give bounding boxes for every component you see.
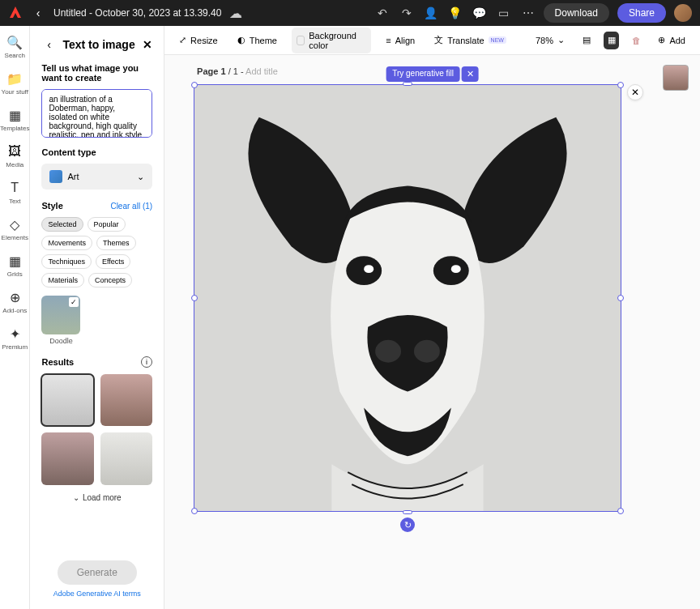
clear-all-link[interactable]: Clear all (1) [110, 202, 152, 211]
more-icon[interactable]: ⋯ [521, 6, 536, 20]
add-title[interactable]: Add title [245, 66, 278, 76]
selection[interactable]: ↻ ✕ [194, 84, 621, 512]
chip-effects[interactable]: Effects [96, 254, 130, 269]
handle-b[interactable] [403, 510, 412, 514]
bgcolor-button[interactable]: Background color [292, 28, 371, 53]
page-info[interactable]: Page 1 / 1 - Add title [197, 66, 278, 76]
handle-bl[interactable] [191, 508, 198, 514]
style-chips: SelectedPopularMovementsThemesTechniques… [41, 217, 152, 287]
redo-icon[interactable]: ↷ [399, 6, 414, 20]
resize-icon: ⤢ [179, 35, 186, 45]
generate-button[interactable]: Generate [58, 560, 137, 585]
handle-t[interactable] [403, 82, 412, 86]
chip-concepts[interactable]: Concepts [88, 273, 132, 287]
content-type-value: Art [67, 172, 79, 181]
prompt-heading: Tell us what image you want to create [41, 63, 152, 83]
regenerate-icon[interactable]: ↻ [400, 517, 415, 532]
chevron-down-icon: ⌄ [557, 35, 565, 45]
chip-materials[interactable]: Materials [41, 273, 84, 287]
user-icon[interactable]: 👤 [424, 6, 438, 20]
rail-label: Premium [2, 343, 28, 351]
handle-br[interactable] [617, 508, 624, 514]
present-icon[interactable]: ▭ [497, 6, 511, 20]
resize-button[interactable]: ⤢Resize [174, 32, 223, 49]
info-icon[interactable]: i [141, 356, 152, 368]
panel-title: Text to image [62, 38, 134, 51]
layers-icon[interactable]: ▤ [579, 32, 594, 49]
add-button[interactable]: ⊕Add [653, 32, 690, 49]
rail-text[interactable]: TText [6, 180, 23, 205]
load-more[interactable]: ⌄Load more [41, 493, 152, 502]
share-button[interactable]: Share [617, 3, 666, 23]
rail-icon: ⊕ [6, 289, 23, 305]
prompt-input[interactable] [41, 89, 152, 138]
rail-label: Templates [0, 125, 29, 132]
comment-icon[interactable]: 💬 [472, 6, 487, 20]
rail-icon: ▦ [6, 253, 23, 269]
avatar[interactable] [674, 4, 692, 22]
handle-tr[interactable] [617, 82, 624, 88]
rail-icon: ◇ [6, 216, 23, 232]
swatch-icon [297, 36, 305, 45]
result-2[interactable] [100, 374, 152, 426]
help-icon[interactable]: 💡 [448, 6, 463, 20]
art-icon [49, 170, 62, 183]
rail-label: Media [6, 161, 23, 168]
align-button[interactable]: ≡Align [381, 32, 420, 49]
result-4[interactable] [100, 432, 152, 484]
app-logo[interactable] [8, 6, 23, 20]
doc-title: Untitled - October 30, 2023 at 13.39.40 [53, 7, 221, 19]
rail-search[interactable]: 🔍Search [5, 34, 25, 59]
chevron-down-icon: ⌄ [137, 172, 144, 182]
view-mode-icon[interactable]: ▦ [604, 32, 618, 49]
svg-point-4 [451, 265, 461, 273]
rail-label: Grids [7, 270, 23, 278]
content-type-select[interactable]: Art ⌄ [41, 164, 152, 190]
rail-icon: ▦ [6, 107, 23, 123]
rail-your-stuff[interactable]: 📁Your stuff [2, 70, 28, 96]
svg-point-3 [364, 265, 373, 273]
back-icon[interactable]: ‹ [31, 6, 45, 20]
panel-back-icon[interactable]: ‹ [41, 37, 56, 52]
handle-l[interactable] [191, 295, 198, 301]
delete-icon[interactable]: 🗑 [629, 32, 643, 49]
download-button[interactable]: Download [544, 3, 609, 23]
gen-fill-close[interactable]: ✕ [462, 66, 479, 82]
deselect-icon[interactable]: ✕ [627, 84, 643, 100]
svg-point-2 [433, 256, 469, 285]
canvas-image [194, 85, 621, 511]
rail-label: Add-ons [2, 307, 27, 314]
rail-label: Elements [2, 234, 28, 241]
chip-selected[interactable]: Selected [41, 217, 83, 232]
panel-close-icon[interactable]: ✕ [143, 38, 152, 51]
new-badge: NEW [489, 36, 506, 44]
rail-icon: 📁 [6, 70, 23, 87]
rail-label: Text [9, 198, 21, 205]
rail-elements[interactable]: ◇Elements [2, 216, 28, 241]
rail-add-ons[interactable]: ⊕Add-ons [2, 289, 27, 314]
rail-grids[interactable]: ▦Grids [6, 253, 23, 278]
translate-button[interactable]: 文TranslateNEW [429, 31, 511, 49]
rail-templates[interactable]: ▦Templates [0, 107, 29, 132]
result-1[interactable] [41, 374, 93, 426]
svg-point-1 [346, 256, 382, 285]
rail-media[interactable]: 🖼Media [6, 143, 23, 168]
theme-button[interactable]: ◐Theme [233, 32, 282, 49]
gen-fill-toast[interactable]: Try generative fill [386, 66, 460, 82]
zoom-dropdown[interactable]: 78%⌄ [531, 32, 570, 49]
cloud-icon: ☁ [229, 6, 242, 21]
style-thumb-doodle[interactable]: ✓ Doodle [41, 296, 80, 345]
rail-nav: 🔍Search📁Your stuff▦Templates🖼MediaTText◇… [0, 26, 30, 609]
page-thumbnail[interactable] [663, 65, 689, 91]
chip-popular[interactable]: Popular [88, 217, 126, 232]
rail-icon: 🖼 [6, 143, 23, 160]
align-icon: ≡ [386, 36, 391, 45]
undo-icon[interactable]: ↶ [375, 6, 390, 20]
chip-techniques[interactable]: Techniques [41, 254, 92, 269]
chip-themes[interactable]: Themes [96, 236, 136, 250]
handle-r[interactable] [617, 295, 624, 301]
terms-link[interactable]: Adobe Generative AI terms [53, 590, 141, 598]
rail-premium[interactable]: ✦Premium [2, 326, 28, 351]
chip-movements[interactable]: Movements [41, 236, 92, 250]
result-3[interactable] [41, 432, 93, 484]
